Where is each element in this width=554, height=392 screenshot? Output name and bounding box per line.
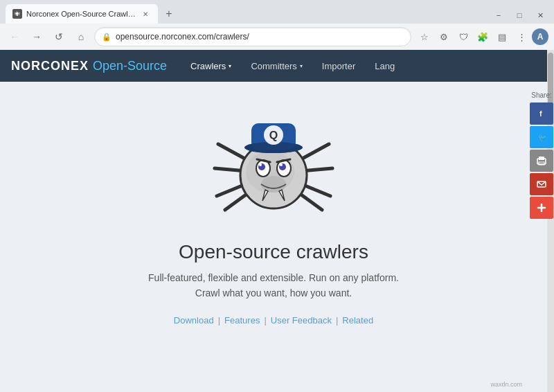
- home-button[interactable]: ⌂: [72, 28, 90, 46]
- address-input[interactable]: 🔒 opensource.norconex.com/crawlers/: [94, 27, 411, 46]
- new-tab-button[interactable]: +: [161, 6, 177, 22]
- window-controls: − □ ✕: [490, 7, 548, 24]
- toolbar-icons: ☆ ⚙ 🛡 🧩 ▤ ⋮ A: [416, 28, 548, 46]
- nav-item-lang[interactable]: Lang: [365, 50, 404, 82]
- features-link[interactable]: Features: [224, 315, 260, 326]
- share-mail-button[interactable]: [530, 173, 553, 195]
- active-tab[interactable]: 🕷 Norconex Open-Source Crawlers ✕: [6, 4, 158, 24]
- address-text: opensource.norconex.com/crawlers/: [116, 32, 404, 42]
- share-facebook-button[interactable]: f: [530, 103, 553, 125]
- share-twitter-button[interactable]: 🐦: [530, 126, 553, 148]
- logo-norconex: NORCONEX: [11, 59, 89, 73]
- user-avatar[interactable]: A: [532, 28, 548, 45]
- svg-point-19: [259, 163, 262, 166]
- address-bar: ← → ↺ ⌂ 🔒 opensource.norconex.com/crawle…: [0, 24, 554, 50]
- related-link[interactable]: Related: [342, 315, 373, 326]
- tab-title: Norconex Open-Source Crawlers: [26, 10, 136, 18]
- share-label: Share:: [531, 91, 551, 99]
- forward-button[interactable]: →: [28, 28, 46, 46]
- shield-icon[interactable]: 🛡: [454, 28, 472, 46]
- extensions-icon[interactable]: ⚙: [435, 28, 453, 46]
- nav-item-committers[interactable]: Committers ▾: [241, 50, 312, 82]
- hero-links: Download | Features | User Feedback | Re…: [174, 315, 373, 326]
- tab-close-button[interactable]: ✕: [140, 8, 151, 19]
- tab-bar: 🕷 Norconex Open-Source Crawlers ✕ + − □ …: [0, 0, 554, 24]
- minimize-button[interactable]: −: [490, 7, 507, 24]
- crawlers-dropdown-arrow: ▾: [229, 63, 231, 69]
- hero-subtitle-line2: Crawl what you want, how you want.: [148, 285, 399, 301]
- separator-1: |: [218, 315, 220, 326]
- menu-icon[interactable]: ⋮: [512, 28, 530, 46]
- page-area: NORCONEX Open-Source Crawlers ▾ Committe…: [0, 50, 554, 392]
- close-button[interactable]: ✕: [532, 7, 548, 24]
- cast-icon[interactable]: ▤: [493, 28, 511, 46]
- bookmark-icon[interactable]: ☆: [416, 28, 434, 46]
- maximize-button[interactable]: □: [511, 7, 528, 24]
- puzzle-icon[interactable]: 🧩: [474, 28, 492, 46]
- logo-opensource: Open-Source: [93, 59, 167, 73]
- spider-illustration: Q: [204, 103, 343, 227]
- hero-title: Open-source crawlers: [179, 241, 368, 263]
- watermark: waxdn.com: [490, 381, 522, 388]
- svg-text:🐦: 🐦: [538, 133, 546, 142]
- download-link[interactable]: Download: [174, 315, 214, 326]
- back-button[interactable]: ←: [6, 28, 24, 46]
- hero-section: Q: [0, 82, 547, 339]
- share-plus-button[interactable]: [530, 197, 553, 219]
- user-feedback-link[interactable]: User Feedback: [271, 315, 332, 326]
- committers-dropdown-arrow: ▾: [300, 63, 303, 69]
- page-content: NORCONEX Open-Source Crawlers ▾ Committe…: [0, 50, 547, 392]
- browser-frame: 🕷 Norconex Open-Source Crawlers ✕ + − □ …: [0, 0, 554, 392]
- share-sidebar: Share: f 🐦: [529, 91, 554, 219]
- svg-point-20: [280, 163, 283, 166]
- hero-subtitle: Full-featured, flexible and extensible. …: [148, 270, 399, 301]
- reload-button[interactable]: ↺: [50, 28, 68, 46]
- share-print-button[interactable]: [530, 150, 553, 172]
- site-logo: NORCONEX Open-Source: [11, 59, 167, 73]
- site-navigation: NORCONEX Open-Source Crawlers ▾ Committe…: [0, 50, 547, 82]
- nav-item-crawlers[interactable]: Crawlers ▾: [181, 50, 241, 82]
- svg-rect-29: [539, 157, 544, 160]
- separator-2: |: [264, 315, 266, 326]
- nav-menu: Crawlers ▾ Committers ▾ Importer Lang: [181, 50, 404, 82]
- separator-3: |: [336, 315, 338, 326]
- nav-item-importer[interactable]: Importer: [312, 50, 365, 82]
- svg-text:Q: Q: [269, 130, 278, 141]
- tab-favicon: 🕷: [12, 9, 22, 19]
- svg-text:f: f: [539, 109, 542, 118]
- lock-icon: 🔒: [102, 33, 111, 42]
- hero-subtitle-line1: Full-featured, flexible and extensible. …: [148, 270, 399, 285]
